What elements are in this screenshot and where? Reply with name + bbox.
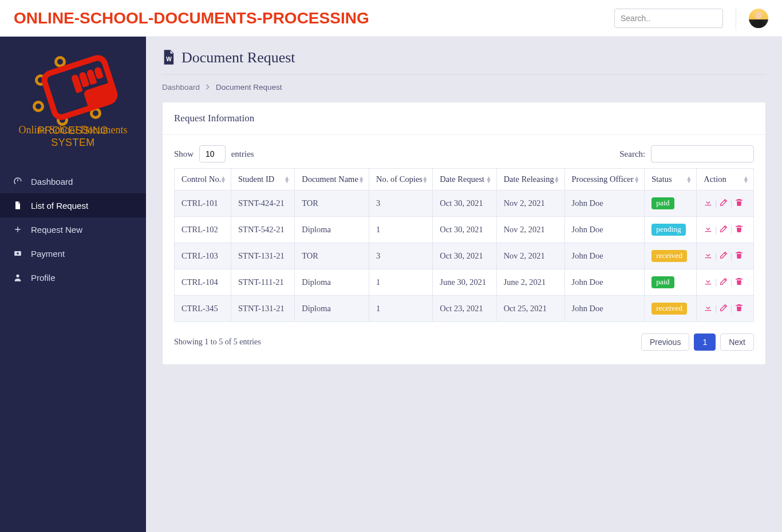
column-header-label: No. of Copies	[376, 174, 422, 184]
action-cell: ||	[697, 243, 754, 269]
topbar-divider	[736, 7, 736, 30]
table-cell: 3	[369, 190, 433, 217]
table-cell: 3	[369, 243, 433, 269]
pagination-page-1[interactable]: 1	[694, 334, 716, 351]
sidebar-item-profile[interactable]: Profile	[0, 265, 146, 289]
user-icon	[13, 272, 23, 283]
table-row: CTRL-102STNT-542-21Diploma1Oct 30, 2021N…	[175, 217, 754, 243]
datatable-info: Showing 1 to 5 of 5 entries	[174, 338, 261, 347]
logo-block-text: PROCESSING SYSTEM	[19, 125, 128, 149]
column-header-label: Date Releasing	[504, 174, 554, 184]
delete-icon[interactable]	[734, 303, 744, 315]
user-avatar[interactable]	[749, 9, 768, 28]
delete-icon[interactable]	[734, 224, 744, 236]
search-label: Search:	[619, 149, 645, 158]
pagination-previous[interactable]: Previous	[641, 334, 689, 351]
sidebar-item-request-new[interactable]: Request New	[0, 217, 146, 241]
table-cell: 1	[369, 296, 433, 322]
sort-icon: ▲▼	[486, 176, 492, 183]
download-icon[interactable]	[704, 277, 713, 288]
status-cell: paid	[645, 269, 697, 296]
sidebar-item-label: List of Request	[31, 201, 88, 211]
table-row: CTRL-103STNT-131-21TOR3Oct 30, 2021Nov 2…	[175, 243, 754, 269]
table-row: CTRL-345STNT-131-21Diploma1Oct 23, 2021O…	[175, 296, 754, 322]
global-search-input[interactable]	[614, 9, 723, 28]
status-cell: received	[645, 296, 697, 322]
entries-label: entries	[231, 149, 254, 158]
page-length-input[interactable]	[199, 145, 226, 162]
column-header-label: Processing Officer	[572, 174, 634, 184]
edit-icon[interactable]	[719, 224, 728, 236]
download-icon[interactable]	[704, 251, 713, 262]
table-cell: CTRL-345	[175, 296, 231, 322]
table-cell: 1	[369, 217, 433, 243]
column-header[interactable]: Date Request▲▼	[433, 169, 496, 190]
table-cell: Nov 2, 2021	[496, 243, 564, 269]
action-cell: ||	[697, 217, 754, 243]
table-row: CTRL-104STNT-111-21Diploma1June 30, 2021…	[175, 269, 754, 296]
edit-icon[interactable]	[719, 277, 728, 288]
svg-point-2	[16, 275, 19, 277]
sort-icon: ▲▼	[284, 176, 290, 183]
breadcrumb: Dashboard Document Request	[162, 75, 766, 102]
sort-icon: ▲▼	[743, 176, 749, 183]
column-header-label: Student ID	[238, 174, 274, 184]
table-cell: John Doe	[564, 190, 645, 217]
sort-icon: ▲▼	[358, 176, 364, 183]
delete-icon[interactable]	[734, 277, 744, 288]
column-header[interactable]: Processing Officer▲▼	[564, 169, 645, 190]
download-icon[interactable]	[704, 198, 713, 209]
datatable-search: Search:	[619, 145, 754, 162]
column-header-label: Action	[704, 174, 726, 184]
card-title: Request Information	[163, 102, 765, 135]
money-icon	[13, 248, 23, 259]
delete-icon[interactable]	[734, 251, 744, 262]
column-header[interactable]: Date Releasing▲▼	[496, 169, 564, 190]
column-header-label: Control No.	[181, 174, 221, 184]
delete-icon[interactable]	[734, 198, 744, 209]
breadcrumb-root[interactable]: Dashboard	[162, 83, 200, 92]
sidebar-item-label: Request New	[31, 225, 82, 235]
gauge-icon	[13, 176, 23, 186]
sidebar-item-dashboard[interactable]: Dashboard	[0, 169, 146, 193]
main-content: W Document Request Dashboard Document Re…	[146, 37, 782, 532]
table-cell: CTRL-102	[175, 217, 231, 243]
table-cell: CTRL-104	[175, 269, 231, 296]
action-cell: ||	[697, 190, 754, 217]
topbar: ONLINE-SCHOOL-DOCUMENTS-PROCESSING	[0, 0, 782, 37]
request-info-card: Request Information Show entries Search:	[162, 102, 766, 365]
table-cell: Oct 25, 2021	[496, 296, 564, 322]
table-cell: Oct 30, 2021	[433, 243, 496, 269]
download-icon[interactable]	[704, 224, 713, 236]
table-cell: STNT-542-21	[231, 217, 295, 243]
plus-icon	[13, 224, 23, 235]
status-badge: paid	[651, 197, 674, 209]
svg-point-1	[17, 252, 19, 255]
table-cell: CTRL-103	[175, 243, 231, 269]
pagination-next[interactable]: Next	[720, 334, 754, 351]
sidebar-item-payment[interactable]: Payment	[0, 241, 146, 265]
table-cell: TOR	[295, 243, 369, 269]
table-cell: Diploma	[295, 269, 369, 296]
column-header-label: Document Name	[302, 174, 358, 184]
column-header[interactable]: No. of Copies▲▼	[369, 169, 433, 190]
edit-icon[interactable]	[719, 303, 728, 315]
column-header[interactable]: Document Name▲▼	[295, 169, 369, 190]
edit-icon[interactable]	[719, 198, 728, 209]
table-cell: STNT-131-21	[231, 243, 295, 269]
download-icon[interactable]	[704, 303, 713, 315]
table-cell: June 30, 2021	[433, 269, 496, 296]
table-cell: CTRL-101	[175, 190, 231, 217]
column-header[interactable]: Action▲▼	[697, 169, 754, 190]
column-header[interactable]: Status▲▼	[645, 169, 697, 190]
table-cell: John Doe	[564, 296, 645, 322]
sidebar-item-list-of-request[interactable]: List of Request	[0, 193, 146, 217]
column-header[interactable]: Student ID▲▼	[231, 169, 295, 190]
column-header[interactable]: Control No.▲▼	[175, 169, 231, 190]
status-cell: paid	[645, 190, 697, 217]
edit-icon[interactable]	[719, 251, 728, 262]
datatable-search-input[interactable]	[651, 145, 754, 162]
sidebar-item-label: Payment	[31, 249, 65, 259]
table-cell: Oct 23, 2021	[433, 296, 496, 322]
table-cell: Diploma	[295, 217, 369, 243]
